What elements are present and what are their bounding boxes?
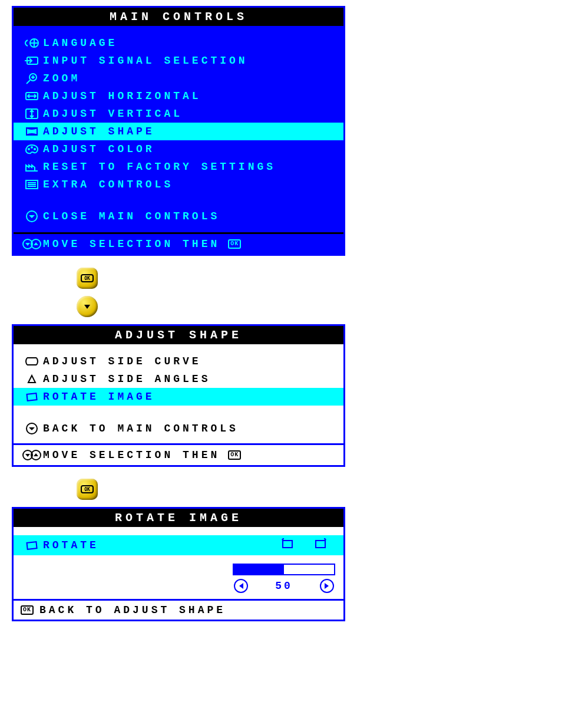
rotate-row[interactable]: ROTATE — [14, 535, 343, 555]
spacer — [14, 225, 343, 232]
menu-item-adjust-horizontal[interactable]: ADJUST HORIZONTAL — [14, 87, 343, 105]
menu-label: EXTRA CONTROLS — [43, 179, 173, 190]
adjust-vertical-icon — [21, 108, 43, 120]
slider-fill — [234, 565, 284, 574]
back-to-adjust-shape: BACK TO ADJUST SHAPE — [39, 604, 226, 616]
back-to-main-controls[interactable]: BACK TO MAIN CONTROLS — [14, 420, 343, 437]
menu-item-side-angles[interactable]: ADJUST SIDE ANGLES — [14, 370, 343, 388]
menu-item-adjust-vertical[interactable]: ADJUST VERTICAL — [14, 105, 343, 123]
language-icon — [21, 37, 43, 49]
rotate-value: 50 — [275, 580, 293, 592]
svg-rect-14 — [27, 393, 37, 401]
svg-rect-21 — [283, 541, 292, 548]
menu-label: ADJUST HORIZONTAL — [43, 90, 201, 102]
close-main-controls[interactable]: CLOSE MAIN CONTROLS — [14, 207, 343, 225]
menu-item-adjust-shape[interactable]: ADJUST SHAPE — [14, 123, 343, 140]
side-angles-icon — [21, 373, 43, 385]
menu-item-rotate-image[interactable]: ROTATE IMAGE — [14, 388, 343, 406]
svg-point-6 — [31, 147, 32, 148]
menu-label: ROTATE IMAGE — [43, 391, 155, 403]
footer-text: MOVE SELECTION THEN — [43, 449, 220, 461]
adjust-shape-icon — [21, 126, 43, 137]
menu-item-side-curve[interactable]: ADJUST SIDE CURVE — [14, 353, 343, 370]
menu-item-language[interactable]: LANGUAGE — [14, 34, 343, 52]
menu-label: INPUT SIGNAL SELECTION — [43, 55, 248, 67]
adjust-shape-title: ADJUST SHAPE — [14, 326, 343, 344]
ok-icon: OK — [228, 239, 241, 249]
menu-label: RESET TO FACTORY SETTINGS — [43, 161, 276, 173]
svg-text:OK: OK — [84, 276, 90, 281]
physical-ok-button[interactable]: OK — [77, 479, 98, 500]
adjust-shape-footer: MOVE SELECTION THEN OK — [14, 443, 343, 465]
increase-button[interactable] — [320, 579, 334, 593]
footer-text: MOVE SELECTION THEN — [43, 238, 220, 250]
menu-label: ADJUST SIDE CURVE — [43, 355, 201, 367]
rotate-label: ROTATE — [43, 539, 99, 551]
svg-point-5 — [28, 149, 29, 150]
menu-label: ADJUST VERTICAL — [43, 108, 183, 120]
rotate-ccw-icon — [280, 538, 295, 554]
rotate-image-panel: ROTATE IMAGE ROTATE — [12, 507, 345, 621]
menu-item-adjust-color[interactable]: ADJUST COLOR — [14, 140, 343, 158]
down-arrow-icon — [21, 210, 43, 223]
spacer — [14, 406, 343, 420]
factory-icon — [21, 161, 43, 173]
rotate-image-title: ROTATE IMAGE — [14, 509, 343, 527]
adjust-shape-panel: ADJUST SHAPE ADJUST SIDE CURVE ADJUST SI… — [12, 324, 345, 467]
menu-item-input-signal[interactable]: INPUT SIGNAL SELECTION — [14, 52, 343, 70]
adjust-horizontal-icon — [21, 90, 43, 102]
main-controls-footer: MOVE SELECTION THEN OK — [14, 232, 343, 254]
rotate-image-icon — [21, 391, 43, 403]
rotate-cw-icon — [313, 538, 328, 554]
physical-down-button[interactable] — [77, 296, 98, 317]
slider-track[interactable] — [233, 564, 335, 575]
svg-point-7 — [34, 149, 35, 150]
rotate-slider[interactable]: 50 — [233, 560, 343, 593]
spacer — [14, 437, 343, 443]
menu-item-zoom[interactable]: ZOOM — [14, 70, 343, 87]
extra-controls-icon — [21, 179, 43, 190]
up-down-arrow-icon — [21, 449, 43, 462]
main-controls-title: MAIN CONTROLS — [14, 8, 343, 26]
menu-item-extra-controls[interactable]: EXTRA CONTROLS — [14, 176, 343, 193]
menu-label: LANGUAGE — [43, 37, 117, 49]
rotate-image-footer[interactable]: OK BACK TO ADJUST SHAPE — [14, 599, 343, 620]
svg-text:OK: OK — [84, 487, 90, 492]
physical-ok-button[interactable]: OK — [77, 268, 98, 289]
menu-label: ADJUST SIDE ANGLES — [43, 373, 210, 385]
up-down-arrow-icon — [21, 238, 43, 251]
menu-label: CLOSE MAIN CONTROLS — [43, 210, 220, 222]
main-controls-panel: MAIN CONTROLS LANGUAGE INPUT SIGNAL SELE… — [12, 6, 345, 256]
down-arrow-icon — [21, 422, 43, 435]
zoom-icon — [21, 73, 43, 84]
ok-icon: OK — [21, 605, 34, 615]
decrease-button[interactable] — [234, 579, 248, 593]
rotate-icon — [21, 539, 43, 551]
spacer — [14, 193, 343, 207]
svg-rect-22 — [316, 541, 325, 548]
adjust-color-icon — [21, 143, 43, 155]
ok-icon: OK — [228, 450, 241, 460]
menu-label: BACK TO MAIN CONTROLS — [43, 423, 239, 434]
menu-item-reset-factory[interactable]: RESET TO FACTORY SETTINGS — [14, 158, 343, 176]
svg-rect-20 — [27, 542, 37, 549]
input-signal-icon — [21, 55, 43, 67]
menu-label: ADJUST COLOR — [43, 143, 155, 155]
menu-label: ZOOM — [43, 73, 80, 84]
side-curve-icon — [21, 355, 43, 367]
menu-label: ADJUST SHAPE — [43, 126, 155, 137]
